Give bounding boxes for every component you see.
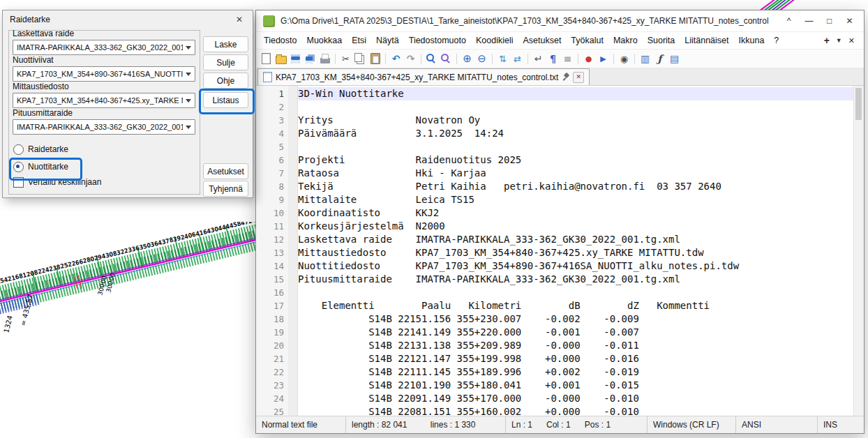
editor-line[interactable]: 23 S14B 22101.190 355+180.041 +0.001 -0.… — [256, 379, 854, 392]
cut-icon[interactable]: ✂ — [339, 52, 352, 65]
asetukset-button[interactable]: Asetukset — [203, 163, 248, 179]
listaus-button[interactable]: Listaus — [203, 92, 248, 108]
editor-line[interactable]: 9 Mittalaite Leica TS15 — [256, 193, 854, 206]
sulje-button[interactable]: Sulje — [203, 54, 248, 70]
menu-item[interactable]: Suorita — [643, 34, 680, 47]
menu-item[interactable]: Tiedostomuoto — [404, 34, 471, 47]
dropdown[interactable]: KPA7_1703_KM_354+840-367+425.xy_TARKE M — [13, 93, 195, 108]
menu-item[interactable]: Työkalut — [566, 34, 608, 47]
editor-line[interactable]: 25 S14B 22081.151 355+160.002 +0.000 -0.… — [256, 405, 854, 416]
plus-icon[interactable]: + — [824, 35, 830, 46]
editor-line[interactable]: 15 Pituusmittaraide IMATRA-PARIKKALA_333… — [256, 273, 854, 286]
show-all-characters-icon[interactable]: ¶ — [546, 52, 560, 65]
editor-line[interactable]: 13 Mittaustiedosto KPA7_1703_KM_354+840-… — [256, 246, 854, 259]
radio-raidetarke[interactable] — [13, 144, 24, 155]
new-file-icon[interactable] — [260, 52, 273, 65]
indent-guide-icon[interactable]: ≡ — [561, 52, 574, 65]
editor-line[interactable]: 18 S14B 22151.156 355+230.007 -0.002 -0.… — [256, 312, 854, 326]
menu-item[interactable]: Muokkaa — [301, 34, 347, 47]
menu-item[interactable]: Koodikieli — [471, 34, 518, 47]
editor-line[interactable]: 22 S14B 22111.145 355+189.996 +0.002 -0.… — [256, 365, 854, 379]
redo-icon[interactable]: ↷ — [404, 52, 417, 65]
undo-icon[interactable]: ↶ — [389, 52, 403, 65]
macro-play-icon[interactable]: ▶ — [597, 52, 610, 65]
laske-button[interactable]: Laske — [203, 36, 248, 52]
dropdown[interactable]: KPA7_1703_KM_354+890-367+416SA_NUOTTI_ — [13, 66, 195, 82]
editor-line[interactable]: 2 — [256, 100, 854, 114]
checkbox-row-vertailu[interactable]: Vertailu keskilinjaan — [13, 177, 101, 187]
tyhjenna-button[interactable]: Tyhjennä — [203, 181, 248, 197]
editor-line[interactable]: 10 Koordinaatisto KKJ2 — [256, 206, 854, 220]
dropdown[interactable]: IMATRA-PARIKKALA_333-362_GK30_2022_001.t — [13, 119, 195, 135]
editor-line[interactable]: 17 Elementti Paalu Kilometri dB dZ Komme… — [256, 299, 854, 312]
minimize-icon[interactable]: — — [799, 12, 819, 30]
save-all-icon[interactable] — [304, 52, 317, 65]
sync-scroll-vertical-icon[interactable]: ⇅ — [496, 52, 509, 65]
close-icon[interactable]: ✕ — [839, 12, 860, 30]
chevron-up-icon[interactable]: ^ — [779, 12, 799, 30]
radio-nuottitarke[interactable] — [13, 162, 24, 172]
maximize-icon[interactable]: □ — [819, 12, 839, 30]
menu-item[interactable]: Asetukset — [518, 34, 566, 47]
editor-line[interactable]: 21 S14B 22121.147 355+199.998 +0.000 -0.… — [256, 352, 854, 365]
word-wrap-icon[interactable]: ↵ — [532, 52, 545, 65]
menu-item[interactable]: ? — [769, 34, 784, 47]
status-insert-mode[interactable]: INS — [818, 416, 864, 433]
paste-icon[interactable] — [368, 52, 382, 65]
editor-line[interactable]: 16 — [256, 286, 854, 299]
zoom-in-icon[interactable]: ⊕ — [461, 52, 474, 65]
find-icon[interactable] — [425, 52, 438, 65]
window-titlebar[interactable]: G:\Oma Drive\1_RATA 2025\3_DESTIA\1_Tark… — [256, 10, 864, 32]
editor-line[interactable]: 4 Päivämäärä 3.1.2025 14:24 — [256, 127, 854, 140]
editor-line[interactable]: 1 3D-Win Nuottitarke — [256, 87, 854, 100]
editor-line[interactable]: 14 Nuottitiedosto KPA7_1703_KM_354+890-3… — [256, 259, 854, 273]
ohje-button[interactable]: Ohje — [203, 73, 248, 89]
menu-item[interactable]: Ikkuna — [734, 34, 770, 47]
editor-line[interactable]: 20 S14B 22131.138 355+209.989 -0.000 -0.… — [256, 339, 854, 352]
menu-item[interactable]: Tiedosto — [259, 34, 301, 47]
function-list-icon[interactable]: ƒ — [653, 52, 666, 65]
macro-record-icon[interactable]: ● — [582, 52, 595, 65]
dialog-titlebar[interactable]: Raidetarke ✕ — [3, 10, 253, 29]
menu-item[interactable]: Makro — [608, 34, 643, 47]
line-number: 16 — [256, 286, 288, 299]
menu-item[interactable]: Näytä — [371, 34, 404, 47]
checkbox-vertailu[interactable] — [13, 177, 24, 188]
close-tab-icon[interactable]: ✕ — [848, 36, 855, 45]
editor-line[interactable]: 24 S14B 22091.149 355+170.000 -0.000 -0.… — [256, 392, 854, 405]
editor-line[interactable]: 12 Laskettava raide IMATRA-PARIKKALA_333… — [256, 233, 854, 246]
line-number: 6 — [256, 153, 288, 167]
menu-item[interactable]: Liitännäiset — [680, 34, 733, 47]
document-monitor-icon[interactable]: ◉ — [618, 52, 631, 65]
open-file-icon[interactable] — [274, 52, 287, 65]
editor-line[interactable]: 5 — [256, 140, 854, 153]
close-icon[interactable]: ✕ — [233, 15, 246, 24]
editor-line[interactable]: 11 Korkeusjärjestelmä N2000 — [256, 220, 854, 233]
tab-close-icon[interactable]: ✕ — [573, 72, 584, 83]
editor-line[interactable]: 3 Yritys Novatron Oy — [256, 114, 854, 127]
folder-workspace-icon[interactable]: ▤ — [668, 52, 681, 65]
scrollbar-thumb[interactable] — [855, 88, 862, 120]
replace-icon[interactable] — [440, 52, 453, 65]
radio-row-raidetarke[interactable]: Raidetarke — [13, 144, 68, 154]
document-map-icon[interactable]: ▥ — [638, 52, 652, 65]
menu-item[interactable]: Etsi — [347, 34, 371, 47]
dropdown[interactable]: IMATRA-PARIKKALA_333-362_GK30_2022_001.t… — [13, 40, 195, 55]
status-encoding[interactable]: ANSI — [736, 416, 818, 433]
editor-line[interactable]: 6 Projekti Raidenuotitus 2025 — [256, 153, 854, 167]
tab-active[interactable]: KPA7_1703_KM_354+840-367+425_xy_TARKE MI… — [257, 68, 590, 85]
vertical-scrollbar[interactable] — [853, 86, 864, 416]
chevron-down-icon[interactable]: ▼ — [836, 37, 842, 44]
tab-pin-icon[interactable] — [562, 73, 569, 82]
status-eol-format[interactable]: Windows (CR LF) — [648, 416, 736, 433]
save-icon[interactable] — [289, 52, 302, 65]
editor-line[interactable]: 8 Tekijä Petri Kaihia petri.kaihia@novat… — [256, 180, 854, 193]
editor[interactable]: 1 3D-Win Nuottitarke 2 3 Yritys — [256, 86, 864, 416]
editor-line[interactable]: 7 Rataosa Hki - Karjaa — [256, 167, 854, 180]
editor-line[interactable]: 19 S14B 22141.149 355+220.000 -0.001 -0.… — [256, 326, 854, 339]
copy-icon[interactable] — [354, 52, 367, 65]
zoom-out-icon[interactable]: ⊖ — [475, 52, 488, 65]
print-icon[interactable] — [318, 52, 331, 65]
sync-scroll-horizontal-icon[interactable]: ⇄ — [511, 52, 524, 65]
radio-row-nuottitarke[interactable]: Nuottitarke — [13, 162, 68, 172]
